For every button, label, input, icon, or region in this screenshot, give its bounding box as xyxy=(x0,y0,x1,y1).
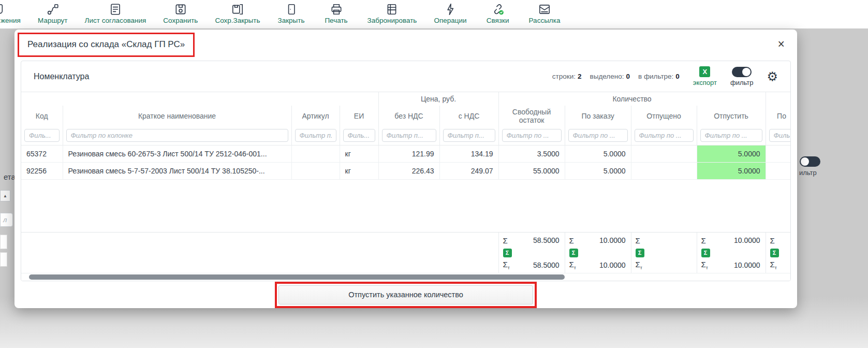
grid-empty-area xyxy=(21,180,790,233)
sigma-green-icon[interactable]: Σ xyxy=(569,249,578,257)
operations-icon xyxy=(444,3,457,16)
cell-to-release-editable[interactable]: 5.0000 xyxy=(697,162,766,179)
column-header-name[interactable]: Краткое наименование xyxy=(63,106,291,126)
background-filter-toggle-label: ильтр xyxy=(799,169,817,177)
filter-input-name[interactable] xyxy=(66,129,288,142)
sigma-icon: Σ xyxy=(569,236,574,245)
route-icon xyxy=(46,3,60,16)
cell-free-stock: 3.5000 xyxy=(498,145,565,162)
toolbar-item-links[interactable]: Связки xyxy=(484,3,512,25)
gear-icon[interactable]: ⚙ xyxy=(767,70,778,83)
toolbar-item-label: Связки xyxy=(487,17,509,25)
summary-by-order: Σ10.0000 Σ Σт10.0000 xyxy=(565,233,631,273)
sigma-t-icon: Σт xyxy=(569,260,576,270)
column-header-released[interactable]: Отпущено xyxy=(631,106,697,126)
close-icon[interactable]: × xyxy=(778,38,785,50)
sigma-t-icon: Σт xyxy=(701,260,708,270)
filter-input-free-stock[interactable] xyxy=(502,129,562,142)
background-filter-toggle[interactable] xyxy=(800,156,820,167)
background-cell-fragment xyxy=(0,235,7,249)
column-header-free-stock[interactable]: Свободный остаток xyxy=(498,106,565,126)
cell-to-release-editable[interactable]: 5.0000 xyxy=(697,145,766,162)
column-header-price-no-vat[interactable]: без НДС xyxy=(378,106,439,126)
toolbar-item-label: Забронировать xyxy=(367,17,417,25)
background-cell-fragment xyxy=(0,252,7,267)
close-doc-icon xyxy=(285,3,298,16)
filter-input-unit[interactable] xyxy=(343,129,375,142)
annotation-box-button: Отпустить указанное количество xyxy=(275,282,537,308)
column-header-code[interactable]: Код xyxy=(21,106,63,126)
toolbar-item-label: Маршрут xyxy=(38,17,68,25)
toolbar-item-label: Печать xyxy=(325,17,347,25)
toolbar-item-attachments[interactable]: жения xyxy=(0,3,21,25)
sigma-green-icon[interactable]: Σ xyxy=(770,249,779,257)
filter-input-released[interactable] xyxy=(635,129,694,142)
filter-input-to-release[interactable] xyxy=(700,129,762,142)
sigma-icon: Σ xyxy=(503,236,508,245)
modal-footer: Отпустить указанное количество xyxy=(14,281,797,308)
filter-toggle[interactable] xyxy=(732,67,752,77)
sigma-t-icon: Σт xyxy=(503,260,510,270)
filter-toggle-wrap: фильтр xyxy=(730,67,753,86)
summary-last: Σ Σ Σт xyxy=(766,233,791,273)
attachment-icon xyxy=(0,3,7,16)
toolbar-item-label: Закрыть xyxy=(278,17,305,25)
column-header-price-with-vat[interactable]: с НДС xyxy=(439,106,498,126)
toolbar-item-reserve[interactable]: Забронировать xyxy=(367,3,417,25)
sigma-green-icon[interactable]: Σ xyxy=(636,249,644,257)
filter-row xyxy=(21,126,791,145)
column-header-last[interactable]: По xyxy=(766,106,791,126)
export-label: экспорт xyxy=(693,79,717,86)
summary-row: Σ58.5000 Σ Σт58.5000 Σ10.0000 Σ Σт10.000… xyxy=(21,232,790,273)
sigma-green-icon[interactable]: Σ xyxy=(503,249,512,257)
toolbar-item-route[interactable]: Маршрут xyxy=(38,3,68,25)
toolbar-item-label: Сохранить xyxy=(163,17,198,25)
rows-count: строки:2 xyxy=(552,72,582,80)
data-grid: Цена, руб. Количество Код Краткое наимен… xyxy=(21,92,790,180)
toolbar-item-save-close[interactable]: Сохр.Закрыть xyxy=(215,3,260,25)
table-row[interactable]: 65372 Резиновая смесь 60-2675-3 Лист 500… xyxy=(21,145,791,162)
release-quantity-button[interactable]: Отпустить указанное количество xyxy=(278,285,533,304)
collapse-arrow-icon[interactable]: ▲ xyxy=(0,190,10,201)
toolbar-item-operations[interactable]: Операции xyxy=(434,3,466,25)
filter-input-code[interactable] xyxy=(24,129,60,142)
table-row[interactable]: 92256 Резиновая смесь 5-7-57-2003 Лист 5… xyxy=(21,162,791,179)
filter-input-price-no-vat[interactable] xyxy=(382,129,436,142)
save-close-icon xyxy=(231,3,244,16)
in-filter-count: в фильтре:0 xyxy=(638,72,680,80)
cell-by-order: 5.0000 xyxy=(565,162,631,179)
toolbar-item-close[interactable]: Закрыть xyxy=(277,3,305,25)
toggle-knob xyxy=(742,68,751,76)
column-header-article[interactable]: Артикул xyxy=(291,106,340,126)
toolbar-item-approval-sheet[interactable]: Лист согласования xyxy=(85,3,146,25)
column-header-by-order[interactable]: По заказу xyxy=(565,106,631,126)
group-header-price: Цена, руб. xyxy=(378,92,498,106)
cell-unit: кг xyxy=(340,162,378,179)
sigma-icon: Σ xyxy=(701,236,706,245)
toolbar-item-save[interactable]: Сохранить xyxy=(163,3,198,25)
excel-export-button[interactable]: X экспорт xyxy=(693,66,717,86)
column-header-to-release[interactable]: Отпустить xyxy=(697,106,766,126)
filter-input-price-with-vat[interactable] xyxy=(443,129,495,142)
mailing-icon xyxy=(538,3,551,16)
panel-title: Номенклатура xyxy=(34,72,89,81)
sigma-icon: Σ xyxy=(770,236,775,245)
grid-stats: строки:2 выделено:0 в фильтре:0 xyxy=(552,72,680,80)
cell-price-with-vat: 134.19 xyxy=(439,145,498,162)
approval-sheet-icon xyxy=(109,3,122,16)
cell-price-with-vat: 249.07 xyxy=(439,162,498,179)
toolbar-item-print[interactable]: Печать xyxy=(322,3,350,25)
cell-article xyxy=(291,145,340,162)
horizontal-scrollbar-thumb[interactable] xyxy=(29,274,565,280)
filter-input-last[interactable] xyxy=(769,129,791,142)
cell-released xyxy=(631,162,697,179)
print-icon xyxy=(330,3,343,16)
sigma-icon: Σ xyxy=(636,236,640,245)
filter-input-article[interactable] xyxy=(295,129,336,142)
sigma-green-icon[interactable]: Σ xyxy=(701,249,710,257)
filter-input-by-order[interactable] xyxy=(568,129,628,142)
toolbar-item-mailing[interactable]: Рассылка xyxy=(529,3,561,25)
top-toolbar: жения Маршрут Лист согласования Сохранит… xyxy=(0,0,868,28)
save-icon xyxy=(174,3,187,16)
column-header-unit[interactable]: ЕИ xyxy=(340,106,378,126)
